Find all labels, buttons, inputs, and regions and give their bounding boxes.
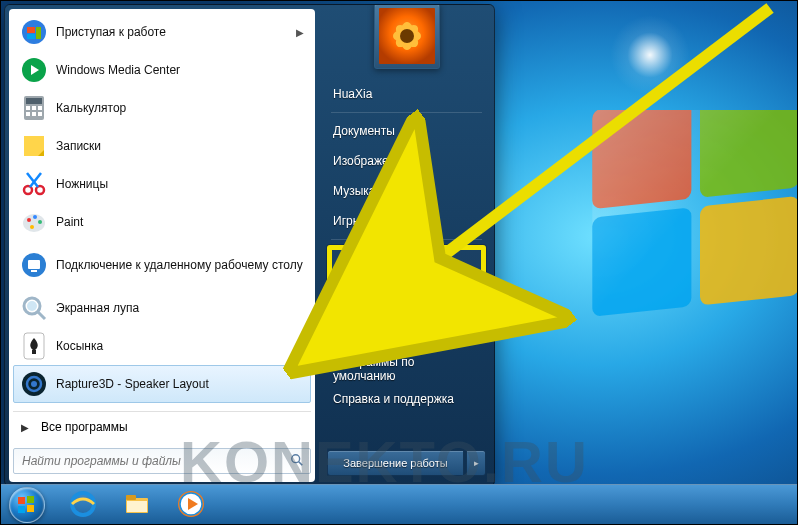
svg-rect-7 bbox=[27, 34, 35, 39]
app-label: Экранная лупа bbox=[56, 301, 139, 315]
separator bbox=[331, 290, 482, 291]
app-label: Косынка bbox=[56, 339, 103, 353]
right-item-username[interactable]: HuaXia bbox=[325, 79, 488, 109]
svg-rect-16 bbox=[26, 112, 30, 116]
svg-rect-12 bbox=[26, 98, 42, 104]
svg-rect-50 bbox=[27, 496, 34, 503]
search-icon bbox=[290, 453, 304, 470]
svg-point-53 bbox=[72, 493, 94, 515]
shutdown-button[interactable]: Завершение работы bbox=[327, 450, 464, 476]
taskbar-item[interactable] bbox=[111, 488, 163, 522]
app-item[interactable]: Rapture3D - Speaker Layout bbox=[13, 365, 311, 403]
svg-rect-13 bbox=[26, 106, 30, 110]
svg-rect-18 bbox=[38, 112, 42, 116]
separator bbox=[331, 239, 482, 240]
svg-rect-14 bbox=[32, 106, 36, 110]
app-label: Rapture3D - Speaker Layout bbox=[56, 377, 209, 391]
internet-explorer-icon bbox=[69, 490, 97, 521]
svg-rect-15 bbox=[38, 106, 42, 110]
windows-flag-icon bbox=[17, 495, 37, 515]
svg-point-29 bbox=[30, 225, 34, 229]
right-item[interactable]: Панель управления bbox=[325, 294, 488, 324]
svg-point-27 bbox=[33, 215, 37, 219]
app-item[interactable]: Ножницы bbox=[13, 165, 311, 203]
getting-started-icon bbox=[20, 18, 48, 46]
app-item[interactable]: Windows Media Center bbox=[13, 51, 311, 89]
taskbar-item[interactable] bbox=[165, 488, 217, 522]
svg-point-40 bbox=[31, 381, 37, 387]
app-label: Ножницы bbox=[56, 177, 108, 191]
app-item[interactable]: Косынка bbox=[13, 327, 311, 365]
right-item[interactable]: Справка и поддержка bbox=[325, 384, 488, 414]
app-item[interactable]: Подключение к удаленному рабочему столу bbox=[13, 241, 311, 289]
wmplayer-icon bbox=[177, 490, 205, 521]
snipping-tool-icon bbox=[20, 170, 48, 198]
svg-rect-56 bbox=[127, 501, 147, 512]
app-item[interactable]: Paint bbox=[13, 203, 311, 241]
svg-point-28 bbox=[38, 220, 42, 224]
svg-rect-51 bbox=[18, 506, 25, 513]
svg-point-26 bbox=[27, 218, 31, 222]
calculator-icon bbox=[20, 94, 48, 122]
windows-logo bbox=[590, 110, 798, 390]
app-label: Подключение к удаленному рабочему столу bbox=[56, 258, 303, 272]
svg-line-42 bbox=[299, 461, 303, 465]
start-menu-left-panel: Приступая к работе▶Windows Media CenterК… bbox=[9, 9, 315, 482]
svg-rect-4 bbox=[592, 110, 798, 317]
right-item[interactable]: Программы по умолчанию bbox=[325, 354, 488, 384]
start-menu: Приступая к работе▶Windows Media CenterК… bbox=[4, 4, 495, 487]
svg-point-48 bbox=[400, 29, 414, 43]
all-programs-button[interactable]: ▶ Все программы bbox=[13, 411, 311, 442]
highlight-annotation: Компьютер bbox=[327, 245, 486, 285]
solitaire-icon bbox=[20, 332, 48, 360]
shutdown-row: Завершение работы ▸ bbox=[319, 444, 494, 486]
app-item[interactable]: Записки bbox=[13, 127, 311, 165]
separator bbox=[331, 112, 482, 113]
user-picture-icon bbox=[379, 8, 435, 64]
app-item[interactable]: Экранная лупа bbox=[13, 289, 311, 327]
start-button[interactable] bbox=[0, 485, 54, 525]
svg-rect-52 bbox=[27, 505, 34, 512]
svg-line-34 bbox=[38, 312, 45, 319]
svg-rect-32 bbox=[31, 270, 37, 272]
chevron-right-icon: ▸ bbox=[474, 458, 479, 468]
app-label: Windows Media Center bbox=[56, 63, 180, 77]
svg-point-35 bbox=[27, 301, 37, 311]
app-item[interactable]: Калькулятор bbox=[13, 89, 311, 127]
svg-point-41 bbox=[292, 454, 300, 462]
taskbar-item[interactable] bbox=[57, 488, 109, 522]
all-programs-label: Все программы bbox=[41, 420, 128, 434]
paint-icon bbox=[20, 208, 48, 236]
app-item[interactable]: Приступая к работе▶ bbox=[13, 13, 311, 51]
wmc-icon bbox=[20, 56, 48, 84]
right-panel-list: HuaXia ДокументыИзображенияМузыкаИгры Ко… bbox=[319, 75, 494, 418]
right-item-computer[interactable]: Компьютер bbox=[332, 250, 481, 280]
lens-flare bbox=[610, 15, 690, 95]
app-label: Paint bbox=[56, 215, 83, 229]
search-box[interactable] bbox=[13, 448, 311, 474]
magnifier-icon bbox=[20, 294, 48, 322]
shutdown-options-button[interactable]: ▸ bbox=[466, 450, 486, 476]
rapture3d-icon bbox=[20, 370, 48, 398]
right-item[interactable]: Игры bbox=[325, 206, 488, 236]
search-input[interactable] bbox=[20, 453, 290, 469]
chevron-right-icon: ▶ bbox=[296, 27, 304, 38]
app-label: Калькулятор bbox=[56, 101, 126, 115]
svg-rect-17 bbox=[32, 112, 36, 116]
svg-rect-55 bbox=[126, 495, 136, 500]
right-item[interactable]: Изображения bbox=[325, 146, 488, 176]
app-list: Приступая к работе▶Windows Media CenterК… bbox=[13, 13, 311, 409]
chevron-right-icon: ▶ bbox=[21, 422, 29, 433]
user-picture-frame[interactable] bbox=[374, 4, 440, 69]
right-item[interactable]: Музыка bbox=[325, 176, 488, 206]
sticky-notes-icon bbox=[20, 132, 48, 160]
svg-rect-6 bbox=[27, 27, 35, 33]
svg-rect-49 bbox=[18, 497, 25, 504]
svg-rect-37 bbox=[32, 350, 36, 354]
app-label: Приступая к работе bbox=[56, 25, 166, 39]
explorer-icon bbox=[123, 490, 151, 521]
right-item[interactable]: Документы bbox=[325, 116, 488, 146]
start-menu-right-panel: HuaXia ДокументыИзображенияМузыкаИгры Ко… bbox=[319, 5, 494, 486]
right-item[interactable]: Устройства и принтеры bbox=[325, 324, 488, 354]
svg-rect-8 bbox=[36, 27, 41, 39]
